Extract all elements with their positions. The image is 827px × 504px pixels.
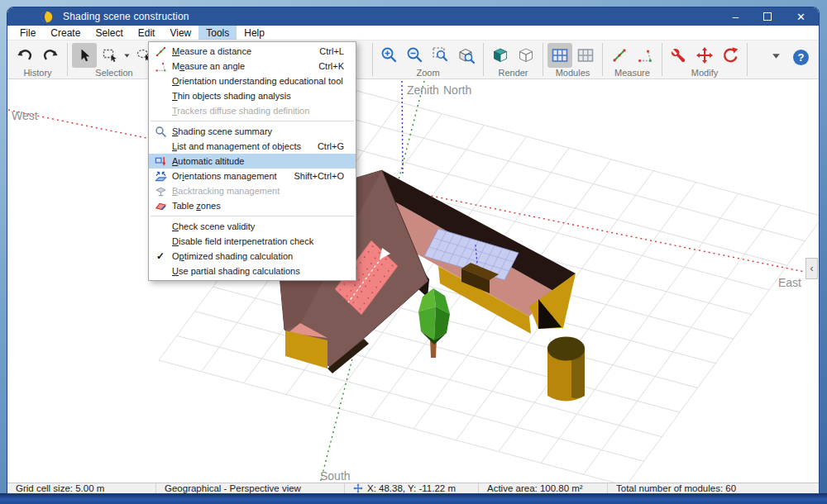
total-modules: Total number of modules: 60 (616, 483, 736, 493)
toolbar-group-label: Render (488, 68, 538, 78)
modules-hidden-button[interactable] (573, 43, 598, 68)
measure-angle-icon (637, 47, 653, 64)
toolbar-group-render: Render (485, 40, 542, 78)
menubar-item-tools[interactable]: Tools (198, 26, 237, 40)
undo-button[interactable] (12, 43, 37, 68)
toolbar-group-measure: Measure (604, 40, 661, 78)
modify-wrench-button[interactable] (667, 43, 691, 68)
toolbar-separator (372, 43, 373, 76)
dropdown-caret-icon[interactable] (123, 48, 131, 63)
titlebar[interactable]: Shading scene construction – ✕ (7, 7, 819, 26)
menu-item-spacer (149, 103, 172, 118)
menubar-item-select[interactable]: Select (88, 26, 130, 40)
toolbar-group-label: Measure (607, 68, 657, 78)
render-solid-icon (491, 46, 509, 64)
orientations-icon (149, 169, 172, 183)
menu-item-spacer (149, 139, 172, 154)
menu-item-use-partial-shading-calculations[interactable]: Use partial shading calculations (149, 264, 356, 278)
cylinder-tank[interactable] (547, 337, 585, 402)
menu-item-orientation-understanding-educational-tool[interactable]: Orientation understanding educational to… (149, 74, 356, 88)
help-button[interactable]: ? (793, 50, 809, 65)
menu-item-disable-field-interpenetration-check[interactable]: Disable field interpenetration check (149, 234, 356, 249)
select-cursor-button[interactable] (72, 43, 97, 68)
menu-item-spacer (149, 234, 172, 249)
menubar-item-create[interactable]: Create (43, 26, 88, 40)
menu-item-label: Table zones (172, 201, 356, 211)
menu-item-optimized-shading-calculation[interactable]: ✓Optimized shading calculation (149, 249, 356, 264)
zoom-out-button[interactable] (403, 43, 428, 68)
menu-item-table-zones[interactable]: Table zones (149, 198, 356, 213)
menu-separator (151, 216, 354, 216)
label-zenith: Zenith (407, 83, 439, 97)
toolbar-overflow-chevron-icon[interactable] (771, 50, 782, 64)
modules-visible-button[interactable] (547, 43, 572, 68)
measure-angle-icon (149, 59, 172, 74)
menu-item-label: List and management of objects (172, 141, 318, 151)
menu-item-label: Optimized shading calculation (172, 251, 356, 261)
modules-off-icon (576, 46, 595, 64)
close-button[interactable]: ✕ (796, 11, 805, 23)
render-solid-button[interactable] (488, 43, 513, 68)
scene-canvas[interactable]: West Zenith North East South (7, 79, 819, 483)
modules-on-icon (551, 46, 569, 64)
wrench-icon (671, 47, 687, 64)
cursor-icon (76, 47, 93, 64)
label-south: South (320, 469, 351, 483)
menubar-item-view[interactable]: View (162, 26, 198, 40)
checkmark-icon: ✓ (149, 249, 172, 264)
active-area: Active area: 100.80 m² (487, 483, 583, 493)
measure-angle-button[interactable] (633, 43, 657, 68)
render-wireframe-button[interactable] (514, 43, 538, 68)
backtracking-icon (149, 183, 172, 198)
tree[interactable] (418, 288, 450, 358)
menu-item-list-and-management-of-objects[interactable]: List and management of objectsCtrl+G (149, 139, 356, 154)
label-north: North (443, 83, 471, 97)
grid-cell-size: Grid cell size: 5.00 m (16, 483, 104, 493)
toolbar-separator (662, 43, 662, 76)
menubar-item-file[interactable]: File (12, 26, 43, 40)
zoom-3d-button[interactable] (454, 43, 479, 68)
toolbar-group-label: Zoom (377, 68, 479, 78)
rect-select-button[interactable] (98, 43, 122, 68)
toolbar-group-modules: Modules (544, 40, 601, 78)
modify-move-button[interactable] (692, 43, 717, 68)
measure-distance-icon (611, 47, 628, 64)
menu-item-label: Measure an angle (172, 61, 318, 71)
view-mode: Geographical - Perspective view (165, 483, 301, 493)
menu-item-label: Use partial shading calculations (172, 266, 356, 276)
menu-item-check-scene-validity[interactable]: Check scene validity (149, 219, 356, 234)
panel-collapse-tab[interactable]: ‹ (805, 258, 818, 279)
menubar-item-help[interactable]: Help (237, 26, 272, 40)
menubar-item-edit[interactable]: Edit (131, 26, 163, 40)
redo-icon (41, 47, 60, 64)
menu-item-shading-scene-summary[interactable]: Shading scene summary (149, 124, 356, 139)
zoom-in-button[interactable] (377, 43, 402, 68)
menu-item-label: Disable field interpenetration check (172, 236, 356, 246)
menu-item-label: Orientation understanding educational to… (172, 76, 356, 86)
measure-distance-button[interactable] (607, 43, 632, 68)
menu-separator (151, 121, 354, 121)
toolbar: HistorySelectionZoomRenderModulesMeasure… (7, 40, 819, 79)
maximize-button[interactable] (763, 12, 772, 21)
zoom-region-button[interactable] (428, 43, 453, 68)
app-window: Shading scene construction – ✕ FileCreat… (7, 7, 820, 494)
menu-item-label: Thin objects shading analysis (172, 91, 356, 101)
render-wireframe-icon (517, 46, 535, 64)
toolbar-separator (67, 43, 68, 76)
menu-item-automatic-altitude[interactable]: Automatic altitude (149, 154, 356, 169)
desktop: Shading scene construction – ✕ FileCreat… (0, 0, 827, 504)
menu-item-thin-objects-shading-analysis[interactable]: Thin objects shading analysis (149, 88, 356, 103)
toolbar-group-history: History (9, 40, 66, 78)
redo-button[interactable] (38, 43, 63, 68)
minimize-button[interactable]: – (733, 11, 739, 23)
viewport-3d[interactable]: West Zenith North East South ‹ (7, 79, 819, 483)
menu-item-measure-an-angle[interactable]: Measure an angleCtrl+K (149, 59, 356, 74)
menu-item-orientations-management[interactable]: Orientations managementShift+Ctrl+O (149, 169, 356, 183)
menu-item-trackers-diffuse-shading-definition: Trackers diffuse shading definition (149, 103, 356, 118)
menu-item-measure-a-distance[interactable]: Measure a distanceCtrl+L (149, 44, 356, 59)
zoom-in-icon (380, 46, 399, 64)
menu-item-spacer (149, 74, 172, 88)
modify-rotate-button[interactable] (718, 43, 743, 68)
toolbar-separator (747, 43, 748, 76)
menu-item-label: Automatic altitude (172, 156, 356, 166)
